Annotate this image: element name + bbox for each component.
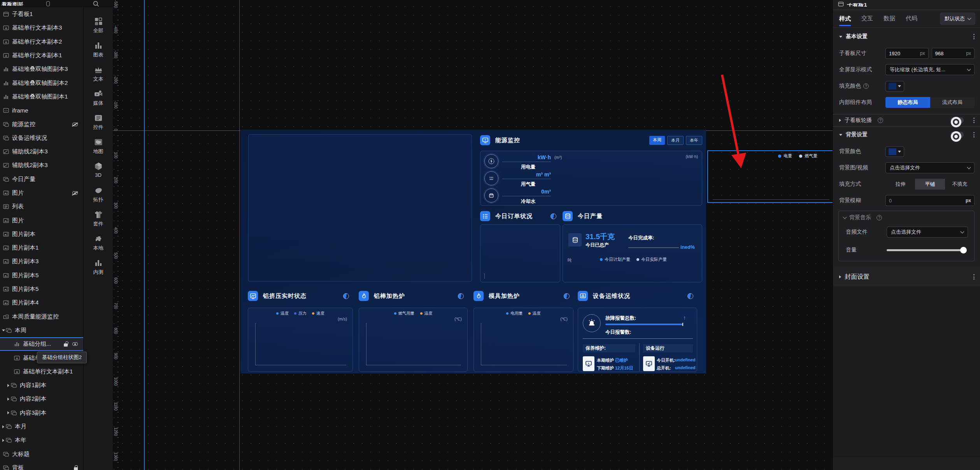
layer-item[interactable]: 图片副本: [0, 227, 83, 241]
layer-item[interactable]: 能源监控: [0, 117, 83, 131]
layer-item[interactable]: 大标题: [0, 447, 83, 461]
toolbar-item-拓扑[interactable]: 拓扑: [84, 186, 113, 203]
layer-item[interactable]: 背板: [0, 461, 83, 470]
subboard-preview[interactable]: 能源监控 本周本月本年 kW·h用电量m³ m³用气量0m³冷却水 (m³) (…: [240, 130, 706, 373]
eye-icon[interactable]: [72, 342, 78, 346]
toolbar-item-内测[interactable]: 内测: [84, 258, 113, 276]
pie-icon[interactable]: [564, 293, 570, 299]
guide-line-vertical[interactable]: [144, 0, 145, 470]
carousel-toggle[interactable]: [950, 117, 964, 123]
kebab-menu-icon[interactable]: [973, 274, 975, 280]
audio-file-select[interactable]: 点击选择文件: [887, 227, 968, 238]
toolbar-item-控件[interactable]: 控件: [84, 113, 113, 131]
kebab-menu-icon[interactable]: [973, 34, 975, 39]
tab-style[interactable]: 样式: [839, 15, 851, 26]
layer-item[interactable]: 设备运维状况: [0, 131, 83, 145]
layer-item[interactable]: 图片: [0, 213, 83, 227]
layer-item[interactable]: 图片副本4: [0, 296, 83, 310]
layout-static-button[interactable]: 静态布局: [885, 97, 930, 108]
guide-line-vertical-gray[interactable]: [239, 0, 240, 470]
tab-interaction[interactable]: 交互: [861, 15, 873, 23]
section-cover[interactable]: 封面设置: [833, 268, 980, 286]
fill-tile-button[interactable]: 平铺: [915, 179, 945, 190]
layer-item[interactable]: 图片副本1: [0, 241, 83, 255]
expand-right-icon[interactable]: [6, 411, 11, 414]
pie-icon[interactable]: [343, 293, 349, 299]
bg-color-picker[interactable]: [885, 146, 904, 157]
energy-tab-本月[interactable]: 本月: [667, 136, 684, 145]
expand-down-icon[interactable]: [1, 329, 6, 331]
editor-canvas[interactable]: -500-400-300-200-10001002003004005006007…: [113, 0, 833, 470]
help-icon[interactable]: ?: [877, 215, 882, 220]
toolbar-item-地图[interactable]: 地图: [84, 137, 113, 155]
layer-item[interactable]: 本年: [0, 433, 83, 447]
bg-media-select[interactable]: 点击选择文件: [885, 162, 975, 173]
bg-music-header[interactable]: 背景音乐 ?: [840, 212, 973, 224]
layer-item[interactable]: 基础堆叠双轴图副本2: [0, 76, 83, 90]
help-icon[interactable]: ?: [863, 83, 869, 89]
toolbar-item-本地[interactable]: 本地: [84, 234, 113, 252]
layer-item[interactable]: A基础单行文本副本3: [0, 21, 83, 35]
expand-right-icon[interactable]: [1, 439, 6, 442]
toolbar-item-文本[interactable]: 文本: [84, 65, 113, 83]
layer-item[interactable]: A基础单行文本副本2: [0, 35, 83, 49]
collapse-panel-icon[interactable]: [46, 1, 50, 6]
layer-item[interactable]: 图片: [0, 186, 83, 200]
layer-item[interactable]: 基础堆叠双轴图副本1: [0, 90, 83, 104]
state-selector[interactable]: 默认状态: [940, 12, 975, 25]
kebab-menu-icon[interactable]: [973, 118, 975, 123]
selected-component-box[interactable]: 电量燃气量: [707, 150, 833, 203]
expand-right-icon[interactable]: [6, 384, 11, 387]
volume-slider[interactable]: [887, 249, 966, 251]
layer-item[interactable]: 本月: [0, 420, 83, 433]
section-background[interactable]: 背景设置: [833, 129, 980, 141]
layer-item[interactable]: 列表: [0, 200, 83, 213]
layer-item[interactable]: 辅助线2副本3: [0, 158, 83, 172]
layer-item[interactable]: 本周: [0, 324, 83, 337]
eye-slash-icon[interactable]: [72, 191, 78, 195]
toolbar-item-套件[interactable]: 套件: [84, 210, 113, 227]
layer-item[interactable]: 今日产量: [0, 173, 83, 186]
width-input[interactable]: 1920px: [885, 48, 929, 59]
layer-item[interactable]: 图片副本5: [0, 269, 83, 282]
layer-item[interactable]: A基础单行文本副本1: [0, 49, 83, 62]
tab-data[interactable]: 数据: [884, 15, 895, 23]
kebab-menu-icon[interactable]: [973, 132, 975, 137]
layer-item[interactable]: 内容3副本: [0, 406, 83, 420]
layer-item[interactable]: 内容2副本: [0, 392, 83, 406]
energy-tab-本年[interactable]: 本年: [686, 136, 702, 145]
layer-item[interactable]: 图片副本3: [0, 255, 83, 268]
fill-none-button[interactable]: 不填充: [945, 179, 975, 190]
toolbar-item-3D[interactable]: 3D: [84, 162, 113, 178]
fill-color-picker[interactable]: [885, 81, 904, 92]
pie-icon[interactable]: [458, 293, 464, 299]
fill-stretch-button[interactable]: 拉伸: [885, 179, 915, 190]
help-icon[interactable]: ?: [878, 118, 883, 123]
lock-open-icon[interactable]: [64, 343, 68, 347]
section-basic[interactable]: 基本设置: [833, 31, 980, 42]
lock-icon[interactable]: [74, 467, 78, 470]
layer-item[interactable]: 图片副本5: [0, 282, 83, 296]
background-toggle[interactable]: [950, 132, 964, 138]
energy-tab-本周[interactable]: 本周: [649, 136, 665, 145]
search-icon[interactable]: [93, 0, 99, 9]
toolbar-item-图表[interactable]: 图表: [84, 41, 113, 58]
bg-blur-input[interactable]: 0 px: [885, 195, 975, 206]
tab-code[interactable]: 代码: [906, 15, 917, 23]
expand-right-icon[interactable]: [1, 425, 6, 428]
fullscreen-mode-select[interactable]: 等比缩放 (长边填充, 短...: [885, 64, 975, 75]
eye-slash-icon[interactable]: [72, 123, 78, 126]
toolbar-item-媒体[interactable]: 媒体: [84, 89, 113, 107]
layer-item[interactable]: Tab本周质量能源监控: [0, 310, 83, 324]
layer-item[interactable]: 基础分组...: [0, 337, 83, 351]
layer-item[interactable]: </>iframe: [0, 104, 83, 117]
pie-icon[interactable]: [687, 293, 693, 299]
layer-item[interactable]: 子看板1: [0, 7, 83, 21]
layout-flow-button[interactable]: 流式布局: [930, 97, 975, 108]
section-carousel[interactable]: 子看板轮播 ?: [833, 114, 980, 126]
expand-right-icon[interactable]: [6, 398, 11, 401]
layer-item[interactable]: A基础单行文本副本1: [0, 365, 83, 378]
toolbar-item-全部[interactable]: 全部: [84, 17, 113, 34]
layer-item[interactable]: 内容1副本: [0, 378, 83, 392]
empty-panel[interactable]: [248, 134, 472, 282]
